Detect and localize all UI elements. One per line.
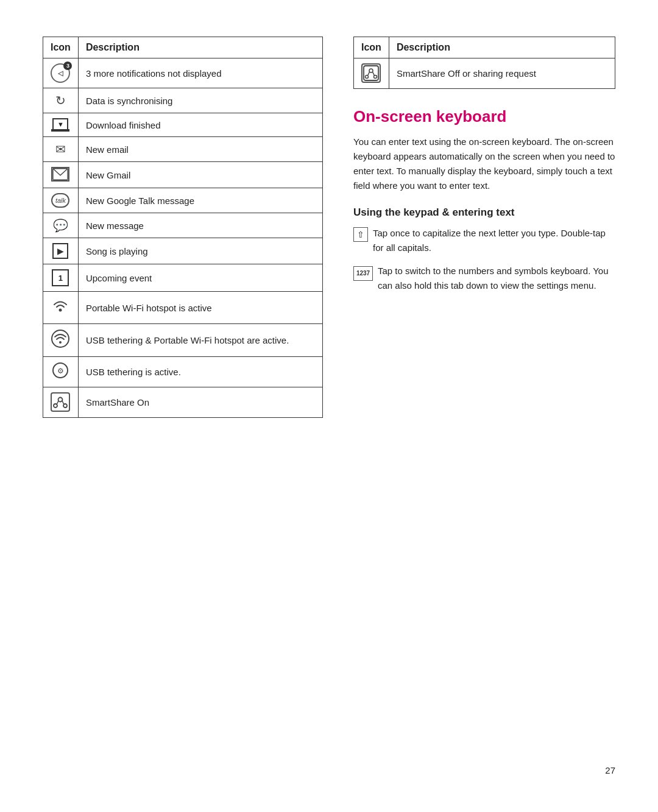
keypad-section-title: Using the keypad & entering text (353, 207, 615, 219)
message-icon: 💬 (53, 219, 68, 232)
icon-cell-calendar: 1 (43, 264, 79, 292)
icon-cell-hotspot (43, 292, 79, 324)
notifications-table: Icon Description ◁ 3 3 more notification… (43, 37, 323, 418)
svg-line-10 (62, 401, 64, 404)
icon-cell-notifications: ◁ 3 (43, 58, 79, 88)
svg-point-14 (374, 76, 377, 79)
table-row: USB tethering & Portable Wi-Fi hotspot a… (43, 324, 323, 357)
icon-cell-gmail (43, 162, 79, 188)
desc-cell-music: Song is playing (78, 238, 322, 264)
hotspot-icon (51, 303, 69, 318)
gmail-icon (51, 167, 69, 182)
table-row: ✉ New email (43, 137, 323, 162)
svg-point-3 (59, 341, 62, 344)
desc-cell-calendar: Upcoming event (78, 264, 322, 292)
desc-cell-smartshare-off: SmartShare Off or sharing request (389, 58, 615, 89)
svg-point-13 (366, 76, 369, 79)
icon-cell-usb: ⚙ (43, 357, 79, 387)
table-row: 💬 New message (43, 213, 323, 238)
usb-icon: ⚙ (52, 368, 69, 381)
table-header-icon: Icon (43, 37, 79, 58)
table-row: New Gmail (43, 162, 323, 188)
smartshare-on-icon (51, 392, 70, 412)
talk-icon: talk (51, 193, 69, 208)
desc-cell-smartshare-on: SmartShare On (78, 387, 322, 418)
desc-cell-hotspot: Portable Wi-Fi hotspot is active (78, 292, 322, 324)
table-row: talk New Google Talk message (43, 188, 323, 213)
onscreen-keyboard-title: On-screen keyboard (353, 107, 615, 126)
table-row: SmartShare Off or sharing request (354, 58, 615, 89)
calendar-icon: 1 (52, 269, 69, 286)
download-icon: ▼ (51, 118, 69, 132)
desc-cell-email: New email (78, 137, 322, 162)
table-row: Portable Wi-Fi hotspot is active (43, 292, 323, 324)
table-row: ▼ Download finished (43, 113, 323, 137)
desc-cell-notifications: 3 more notifications not displayed (78, 58, 322, 88)
svg-line-9 (57, 401, 58, 404)
icon-cell-music: ▶ (43, 238, 79, 264)
onscreen-keyboard-body: You can enter text using the on-screen k… (353, 135, 615, 193)
desc-cell-usb: USB tethering is active. (78, 357, 322, 387)
usb-wifi-icon (51, 339, 70, 351)
table-row: ▶ Song is playing (43, 238, 323, 264)
music-icon: ▶ (52, 243, 68, 259)
num-icon: 1237 (353, 265, 373, 281)
keypad-para-1: ⇧ Tap once to capitalize the next letter… (353, 226, 615, 255)
smartshare-off-icon (361, 63, 381, 83)
desc-cell-gmail: New Gmail (78, 162, 322, 188)
page-number: 27 (605, 765, 615, 775)
icon-cell-email: ✉ (43, 137, 79, 162)
icon-cell-download: ▼ (43, 113, 79, 137)
desc-cell-sync: Data is synchronising (78, 88, 322, 113)
desc-cell-talk: New Google Talk message (78, 188, 322, 213)
icon-cell-message: 💬 (43, 213, 79, 238)
icon-cell-smartshare-off (354, 58, 389, 89)
desc-cell-message: New message (78, 213, 322, 238)
svg-line-16 (373, 72, 375, 76)
icon-cell-smartshare-on (43, 387, 79, 418)
smartshare-table: Icon Description (353, 37, 615, 89)
desc-cell-usb-wifi: USB tethering & Portable Wi-Fi hotspot a… (78, 324, 322, 357)
small-table-header-description: Description (389, 37, 615, 58)
svg-line-15 (368, 72, 370, 76)
table-row: SmartShare On (43, 387, 323, 418)
right-column: Icon Description (353, 37, 615, 302)
desc-cell-download: Download finished (78, 113, 322, 137)
table-row: ◁ 3 3 more notifications not displayed (43, 58, 323, 88)
table-row: 1 Upcoming event (43, 264, 323, 292)
table-header-description: Description (78, 37, 322, 58)
icon-cell-talk: talk (43, 188, 79, 213)
shift-icon: ⇧ (353, 227, 368, 242)
icon-cell-usb-wifi (43, 324, 79, 357)
table-row: ↻ Data is synchronising (43, 88, 323, 113)
keypad-para-2-text: Tap to switch to the numbers and symbols… (378, 264, 615, 293)
table-row: ⚙ USB tethering is active. (43, 357, 323, 387)
svg-point-12 (369, 69, 373, 72)
keypad-para-2: 1237 Tap to switch to the numbers and sy… (353, 264, 615, 293)
svg-point-1 (59, 309, 62, 312)
keypad-para-1-text: Tap once to capitalize the next letter y… (373, 226, 615, 255)
svg-point-2 (52, 330, 69, 347)
email-icon: ✉ (55, 143, 66, 156)
notifications-icon: ◁ 3 (51, 63, 70, 83)
sync-icon: ↻ (55, 94, 66, 107)
icon-cell-sync: ↻ (43, 88, 79, 113)
svg-text:⚙: ⚙ (57, 367, 64, 375)
left-column: Icon Description ◁ 3 3 more notification… (43, 37, 323, 418)
small-table-header-icon: Icon (354, 37, 389, 58)
